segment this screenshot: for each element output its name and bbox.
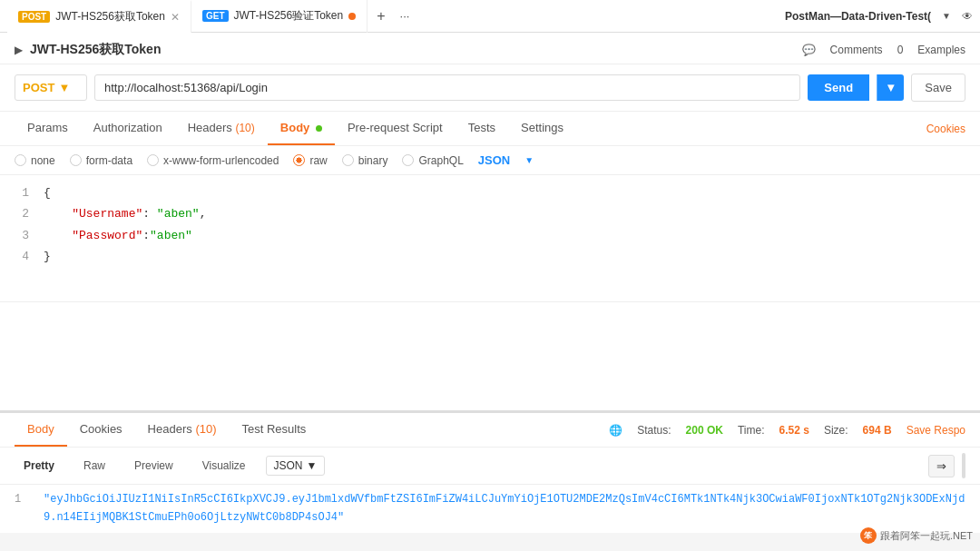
eye-icon[interactable]: 👁 [962,10,973,23]
resp-tab-headers[interactable]: Headers (10) [135,413,230,447]
tab-settings-label: Settings [521,121,564,134]
more-tabs-btn[interactable]: ··· [395,9,416,23]
resp-tab-headers-label: Headers [148,422,192,436]
json-format-dropdown[interactable]: ▼ [524,155,534,165]
tab-headers-label: Headers [188,121,232,134]
tab-post-jwt[interactable]: POST JWT-HS256获取Token ✕ [7,0,191,33]
tab-body[interactable]: Body [268,112,335,145]
request-tabs: Params Authorization Headers (10) Body P… [0,112,980,146]
size-label: Size: [824,424,848,437]
expand-arrow-icon[interactable]: ▶ [15,44,23,56]
scroll-indicator [962,453,965,478]
resp-format-raw-label: Raw [83,459,105,472]
body-type-raw[interactable]: raw [293,154,327,167]
url-input[interactable] [94,74,800,101]
tab-authorization-label: Authorization [93,121,162,134]
tab-post-label: JWT-HS256获取Token [55,9,165,25]
body-type-binary[interactable]: binary [342,154,388,167]
app-title: PostMan—Data-Driven-Test( [785,10,931,23]
jwt-token: "eyJhbGciOiJIUzI1NiIsInR5cCI6IkpXVCJ9.ey… [44,493,965,524]
body-type-graphql-label: GraphQL [418,154,463,167]
body-type-urlencoded-label: x-www-form-urlencoded [163,154,279,167]
line-numbers: 1 2 3 4 [15,182,29,294]
username-value: "aben" [157,207,200,221]
body-type-graphql[interactable]: GraphQL [402,154,463,167]
tab-bar: POST JWT-HS256获取Token ✕ GET JWT-HS256验证T… [0,0,980,33]
status-value: 200 OK [686,424,723,437]
request-header: ▶ JWT-HS256获取Token 💬 Comments 0 Examples [0,33,980,64]
resp-format-select[interactable]: JSON ▼ [266,456,326,476]
resp-format-pretty[interactable]: Pretty [15,456,64,476]
body-type-urlencoded[interactable]: x-www-form-urlencoded [147,154,279,167]
globe-icon: 🌐 [609,424,622,437]
tab-settings[interactable]: Settings [508,112,576,145]
save-button[interactable]: Save [911,74,965,102]
send-dropdown-btn[interactable]: ▼ [877,74,904,101]
comments-icon: 💬 [802,44,816,56]
response-content: 1 "eyJhbGciOiJIUzI1NiIsInR5cCI6IkpXVCJ9.… [0,485,980,533]
body-type-binary-label: binary [358,154,388,167]
tab-headers[interactable]: Headers (10) [175,112,268,145]
resp-format-pretty-label: Pretty [24,459,54,472]
radio-raw [293,154,305,166]
examples-label[interactable]: Examples [917,44,965,56]
new-tab-btn[interactable]: + [368,8,394,25]
tab-tests[interactable]: Tests [456,112,508,145]
method-dropdown-icon: ▼ [58,81,70,94]
tab-prerequest[interactable]: Pre-request Script [335,112,456,145]
resp-line-num-1: 1 [15,490,29,527]
save-response-btn[interactable]: Save Respo [906,424,965,437]
code-line-3: "Password":"aben" [44,225,965,246]
body-type-formdata[interactable]: form-data [70,154,132,167]
resp-token-value: "eyJhbGciOiJIUzI1NiIsInR5cCI6IkpXVCJ9.ey… [44,490,965,527]
resp-format-dropdown-icon: ▼ [307,459,318,472]
tab-params[interactable]: Params [15,112,81,145]
code-editor[interactable]: 1 2 3 4 { "Username": "aben", "Password"… [0,175,980,302]
tab-get-jwt[interactable]: GET JWT-HS256验证Token [191,0,368,33]
resp-format-preview-label: Preview [134,459,173,472]
code-content[interactable]: { "Username": "aben", "Password":"aben" … [44,182,965,294]
size-value: 694 B [863,424,892,437]
resp-format-visualize-label: Visualize [202,459,246,472]
password-key: "Password" [72,229,142,242]
response-format-bar: Pretty Raw Preview Visualize JSON ▼ ⇒ [0,448,980,485]
tab-authorization[interactable]: Authorization [81,112,175,145]
open-brace: { [44,186,51,200]
method-select[interactable]: POST ▼ [15,74,87,101]
send-button[interactable]: Send [808,74,869,101]
tab-tests-label: Tests [468,121,495,134]
resp-tab-body-label: Body [27,422,54,436]
watermark-icon: 笨 [860,527,877,544]
code-line-4: } [44,246,965,267]
method-badge-post: POST [18,11,50,23]
tab-prerequest-label: Pre-request Script [348,121,443,134]
comments-label: Comments [830,44,883,56]
line-num-2: 2 [15,203,29,224]
close-tab-btn[interactable]: ✕ [171,11,180,24]
radio-binary [342,154,354,166]
app-dropdown-icon[interactable]: ▼ [942,11,951,21]
tab-get-label: JWT-HS256验证Token [234,8,344,24]
line-num-3: 3 [15,225,29,246]
line-num-4: 4 [15,246,29,267]
response-status-bar: 🌐 Status: 200 OK Time: 6.52 s Size: 694 … [609,424,965,437]
body-type-none[interactable]: none [15,154,55,167]
close-brace: } [44,250,51,263]
tab-body-label: Body [280,121,310,134]
beautify-icon: ⇒ [936,459,946,473]
resp-beautify-btn[interactable]: ⇒ [928,455,955,477]
resp-tab-body[interactable]: Body [15,413,67,447]
tab-params-label: Params [27,121,68,134]
comments-count: 0 [897,44,904,56]
watermark-text: 跟着阿笨一起玩.NET [880,529,973,543]
resp-tab-testresults[interactable]: Test Results [230,413,319,447]
resp-format-raw[interactable]: Raw [74,456,114,476]
cookies-link[interactable]: Cookies [926,123,965,135]
resp-format-preview[interactable]: Preview [125,456,182,476]
resp-format-selected-label: JSON [274,459,303,472]
body-active-dot [316,125,322,132]
url-bar: POST ▼ Send ▼ Save [0,64,980,112]
resp-format-visualize[interactable]: Visualize [193,456,255,476]
watermark: 笨 跟着阿笨一起玩.NET [860,527,973,544]
resp-tab-cookies[interactable]: Cookies [67,413,135,447]
